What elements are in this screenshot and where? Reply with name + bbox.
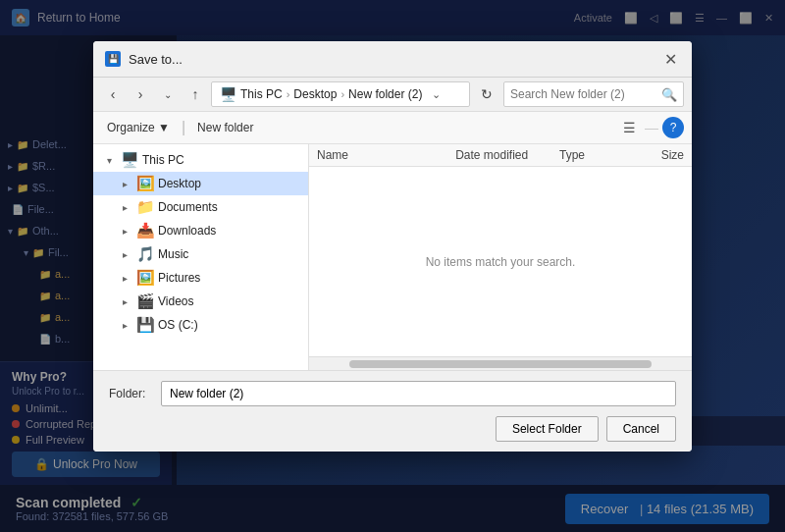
folder-input[interactable] [161,381,676,406]
tree-expand-downloads: ▸ [117,226,132,237]
tree-label-this-pc: This PC [142,153,184,167]
breadcrumb-sep-2: › [340,88,344,100]
tree-icon-videos: 🎬 [136,293,154,310]
breadcrumb-pc-icon: 🖥️ [220,86,236,102]
toolbar-right: ☰ — ? [617,116,684,139]
no-items-message: No items match your search. [426,255,576,269]
tree-expand-this-pc: ▾ [101,155,117,166]
tree-label-videos: Videos [158,294,193,308]
dialog-title: Save to... [129,52,653,67]
tree-icon-desktop: 🖼️ [136,175,154,192]
file-panel: Name Date modified Type Size No items ma… [309,144,692,370]
dialog-body: ▾ 🖥️ This PC ▸ 🖼️ Desktop ▸ 📁 Documents … [93,144,692,370]
tree-label-os-c: OS (C:) [158,318,198,332]
tree-expand-os-c: ▸ [117,320,132,331]
tree-item-desktop[interactable]: ▸ 🖼️ Desktop [93,172,308,195]
col-type[interactable]: Type [559,148,629,162]
new-folder-button[interactable]: New folder [191,118,259,137]
tree-icon-pictures: 🖼️ [136,269,154,287]
folder-label: Folder: [109,387,153,400]
dialog-overlay: 💾 Save to... ✕ ‹ › ⌄ ↑ 🖥️ This PC › Desk… [0,0,785,532]
horizontal-scrollbar[interactable] [309,356,692,370]
tree-icon-downloads: 📥 [136,222,154,239]
tree-label-music: Music [158,247,188,261]
file-list-content: No items match your search. [309,167,692,356]
dialog-titlebar: 💾 Save to... ✕ [93,41,692,78]
tree-item-downloads[interactable]: ▸ 📥 Downloads [93,219,308,242]
tree-panel: ▾ 🖥️ This PC ▸ 🖼️ Desktop ▸ 📁 Documents … [93,144,309,370]
tree-expand-pictures: ▸ [117,273,132,284]
view-list-button[interactable]: ☰ [617,116,641,139]
save-dialog: 💾 Save to... ✕ ‹ › ⌄ ↑ 🖥️ This PC › Desk… [93,41,692,452]
dialog-title-icon: 💾 [105,51,121,67]
col-date[interactable]: Date modified [455,148,559,162]
tree-icon-this-pc: 🖥️ [121,151,138,169]
tree-icon-os-c: 💾 [136,316,154,334]
tree-label-downloads: Downloads [158,224,216,238]
tree-item-music[interactable]: ▸ 🎵 Music [93,242,308,266]
help-button[interactable]: ? [662,117,684,138]
breadcrumb-sep-1: › [287,88,290,100]
dialog-toolbar: Organize ▼ | New folder ☰ — ? [93,112,692,144]
tree-item-videos[interactable]: ▸ 🎬 Videos [93,290,308,313]
nav-dropdown-button[interactable]: ⌄ [156,82,180,106]
col-name[interactable]: Name [317,148,455,162]
search-input[interactable] [510,87,657,101]
nav-forward-button[interactable]: › [129,82,152,106]
tree-item-documents[interactable]: ▸ 📁 Documents [93,195,308,219]
nav-back-button[interactable]: ‹ [101,82,125,106]
search-box[interactable]: 🔍 [503,81,684,107]
dialog-close-button[interactable]: ✕ [660,49,680,69]
breadcrumb-dropdown-button[interactable]: ⌄ [426,84,445,104]
tree-icon-music: 🎵 [136,245,154,263]
dialog-footer: Folder: Select Folder Cancel [93,370,692,452]
tree-expand-music: ▸ [117,249,132,260]
footer-buttons: Select Folder Cancel [109,416,676,442]
organize-button[interactable]: Organize ▼ [101,118,176,137]
dialog-nav: ‹ › ⌄ ↑ 🖥️ This PC › Desktop › New folde… [93,78,692,112]
search-icon: 🔍 [661,87,677,102]
tree-icon-documents: 📁 [136,198,154,216]
breadcrumb-this-pc[interactable]: This PC [240,87,283,101]
tree-item-pictures[interactable]: ▸ 🖼️ Pictures [93,266,308,290]
col-size[interactable]: Size [629,148,684,162]
tree-label-documents: Documents [158,200,218,214]
file-list-header: Name Date modified Type Size [309,144,692,167]
tree-expand-videos: ▸ [117,296,132,307]
breadcrumb-bar: 🖥️ This PC › Desktop › New folder (2) ⌄ [211,81,470,107]
refresh-button[interactable]: ↻ [474,81,499,107]
tree-label-pictures: Pictures [158,271,200,285]
tree-item-this-pc[interactable]: ▾ 🖥️ This PC [93,148,308,172]
tree-expand-desktop: ▸ [117,179,132,189]
breadcrumb-desktop[interactable]: Desktop [293,87,337,101]
tree-label-desktop: Desktop [158,177,201,190]
breadcrumb-new-folder[interactable]: New folder (2) [348,87,422,101]
toolbar-sep-2: — [645,120,658,135]
tree-expand-documents: ▸ [117,202,132,213]
folder-row: Folder: [109,381,676,406]
tree-item-os-c[interactable]: ▸ 💾 OS (C:) [93,313,308,337]
select-folder-button[interactable]: Select Folder [496,416,599,442]
scrollbar-thumb[interactable] [349,360,653,368]
toolbar-separator: | [180,119,187,136]
cancel-button[interactable]: Cancel [606,416,676,442]
nav-up-button[interactable]: ↑ [183,82,207,106]
